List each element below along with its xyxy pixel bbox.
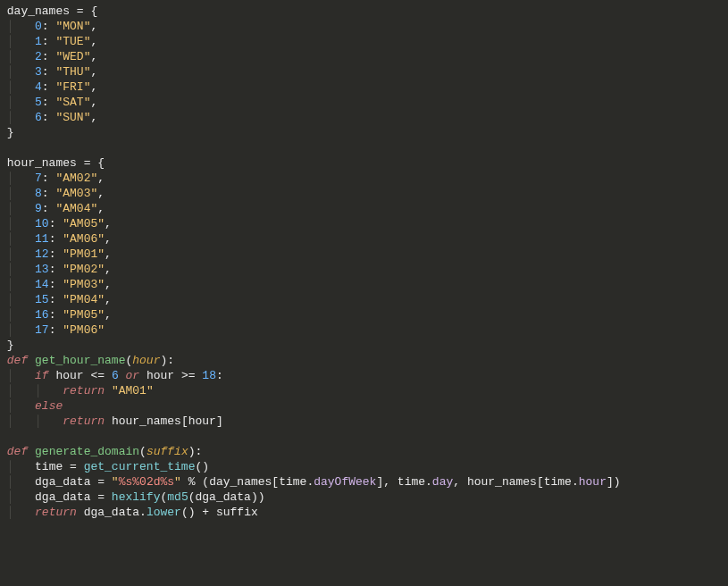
line: │ 4: "FRI", bbox=[0, 80, 97, 94]
line: │ 15: "PM04", bbox=[0, 293, 112, 306]
function-call: hexlify bbox=[112, 490, 161, 504]
number: 4 bbox=[35, 80, 42, 94]
function-call: md5 bbox=[167, 490, 188, 504]
line: } bbox=[0, 126, 14, 139]
identifier: day_names bbox=[7, 4, 70, 18]
string: "WED" bbox=[55, 50, 90, 63]
line: │ 3: "THU", bbox=[0, 65, 97, 79]
line: def get_hour_name(hour): bbox=[0, 354, 174, 367]
line: │ 16: "PM05", bbox=[0, 308, 112, 322]
line: │ │ return "AM01" bbox=[0, 384, 154, 398]
identifier: time bbox=[35, 460, 63, 473]
line: │ dga_data = hexlify(md5(dga_data)) bbox=[0, 490, 265, 504]
parameter: suffix bbox=[146, 445, 188, 458]
number: 6 bbox=[35, 111, 42, 124]
blank-line bbox=[0, 141, 7, 155]
line: } bbox=[0, 339, 14, 352]
comma: , bbox=[90, 20, 97, 33]
line: │ if hour <= 6 or hour >= 18: bbox=[0, 369, 223, 382]
string: "AM02" bbox=[55, 172, 97, 185]
function-name: get_hour_name bbox=[35, 354, 125, 367]
attribute: dayOfWeek bbox=[314, 475, 376, 489]
line: │ 8: "AM03", bbox=[0, 187, 105, 200]
keyword-return: return bbox=[63, 414, 105, 428]
operator: = bbox=[70, 4, 90, 18]
brace: } bbox=[7, 339, 14, 352]
string: "THU" bbox=[55, 65, 90, 79]
keyword-if: if bbox=[35, 369, 49, 382]
string: "TUE" bbox=[55, 35, 90, 48]
line: │ 14: "PM03", bbox=[0, 278, 112, 291]
line: │ 2: "WED", bbox=[0, 50, 97, 63]
line: │ 17: "PM06" bbox=[0, 323, 105, 337]
number: 3 bbox=[35, 65, 42, 79]
line: │ 5: "SAT", bbox=[0, 96, 97, 109]
line: │ 10: "AM05", bbox=[0, 217, 112, 230]
indent-guide: │ bbox=[7, 35, 35, 48]
colon: : bbox=[42, 20, 56, 33]
method-call: lower bbox=[146, 506, 181, 519]
function-call: get_current_time bbox=[84, 460, 196, 473]
number: 1 bbox=[35, 35, 42, 48]
string: "SUN" bbox=[55, 111, 90, 124]
number: 2 bbox=[35, 50, 42, 63]
identifier: dga_data bbox=[35, 490, 90, 504]
keyword-else: else bbox=[35, 399, 63, 413]
format-string: %s%02d%s bbox=[119, 475, 174, 489]
line: │ 1: "TUE", bbox=[0, 35, 97, 48]
line: │ 11: "AM06", bbox=[0, 232, 112, 246]
function-name: generate_domain bbox=[35, 445, 139, 458]
string: "AM01" bbox=[112, 384, 154, 398]
string: "FRI" bbox=[55, 80, 90, 94]
line: │ 0: "MON", bbox=[0, 20, 97, 33]
line: │ return dga_data.lower() + suffix bbox=[0, 506, 258, 519]
identifier: suffix bbox=[216, 506, 258, 519]
number: 5 bbox=[35, 96, 42, 109]
line: │ time = get_current_time() bbox=[0, 460, 209, 473]
attribute: hour bbox=[579, 475, 607, 489]
code-editor[interactable]: day_names = { │ 0: "MON", │ 1: "TUE", │ … bbox=[0, 0, 728, 520]
number: 7 bbox=[35, 172, 42, 185]
identifier: dga_data bbox=[35, 475, 90, 489]
line: │ 13: "PM02", bbox=[0, 263, 112, 276]
number: 0 bbox=[35, 20, 42, 33]
string: "SAT" bbox=[55, 96, 90, 109]
line: │ │ return hour_names[hour] bbox=[0, 414, 223, 428]
parameter: hour bbox=[132, 354, 160, 367]
brace: { bbox=[90, 4, 97, 18]
keyword-def: def bbox=[7, 354, 28, 367]
line: │ 6: "SUN", bbox=[0, 111, 97, 124]
blank-line bbox=[0, 430, 7, 443]
line: def generate_domain(suffix): bbox=[0, 445, 202, 458]
keyword-def: def bbox=[7, 445, 28, 458]
keyword-return: return bbox=[35, 506, 77, 519]
line: │ dga_data = "%s%02d%s" % (day_names[tim… bbox=[0, 475, 621, 489]
line: │ 12: "PM01", bbox=[0, 247, 112, 261]
line: day_names = { bbox=[0, 4, 97, 18]
line: hour_names = { bbox=[0, 156, 105, 170]
brace: } bbox=[7, 126, 14, 139]
identifier: hour_names bbox=[7, 156, 77, 170]
string: "MON" bbox=[55, 20, 90, 33]
line: │ 9: "AM04", bbox=[0, 202, 105, 215]
attribute: day bbox=[432, 475, 453, 489]
line: │ 7: "AM02", bbox=[0, 172, 105, 185]
keyword-or: or bbox=[119, 369, 146, 382]
indent-guide: │ bbox=[7, 20, 35, 33]
keyword-return: return bbox=[63, 384, 105, 398]
line: │ else bbox=[0, 399, 63, 413]
